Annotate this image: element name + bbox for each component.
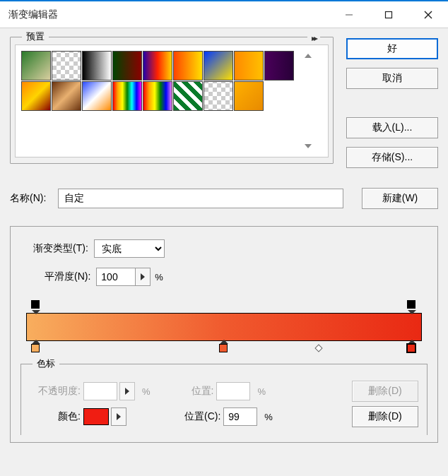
save-button[interactable]: 存储(S)... (346, 147, 438, 168)
preset-swatch[interactable] (82, 51, 112, 81)
color-stops-label: 色标 (33, 357, 59, 370)
midpoint-diamond[interactable] (315, 344, 323, 352)
opacity-stepper (119, 382, 135, 400)
new-button[interactable]: 新建(W) (362, 188, 438, 209)
preset-swatch[interactable] (112, 51, 142, 81)
scroll-up-icon[interactable] (305, 54, 312, 58)
color-stop[interactable] (407, 344, 417, 354)
opacity-position-label: 位置: (191, 385, 214, 398)
preset-swatch[interactable] (52, 81, 81, 111)
opacity-stop[interactable] (31, 300, 41, 310)
svg-rect-1 (386, 11, 392, 18)
maximize-button[interactable] (369, 1, 408, 28)
opacity-label: 不透明度: (30, 385, 81, 398)
color-stop[interactable] (219, 344, 229, 354)
ok-button[interactable]: 好 (346, 38, 438, 59)
smoothness-unit: % (155, 272, 163, 282)
gradient-type-label: 渐变类型(T): (33, 242, 88, 255)
preset-swatch[interactable] (204, 51, 233, 81)
preset-scrollbar[interactable] (302, 51, 314, 151)
name-input[interactable] (58, 189, 343, 208)
cancel-button[interactable]: 取消 (346, 68, 438, 89)
gradient-frame: 渐变类型(T): 实底 平滑度(N): % 色标 不透明度: (10, 226, 438, 443)
preset-swatch-grid (21, 51, 300, 151)
color-stop[interactable] (31, 344, 41, 354)
opacity-stop-row: 不透明度: % 位置: % 删除(D) (30, 379, 418, 404)
titlebar: 渐变编辑器 (0, 1, 448, 28)
gradient-bar[interactable] (26, 313, 422, 341)
color-position-label: 位置(C): (184, 410, 220, 423)
color-stepper[interactable] (111, 407, 126, 426)
color-position-input[interactable] (223, 407, 257, 426)
preset-swatch[interactable] (143, 81, 172, 111)
presets-frame: 预置 ▸▸ (10, 37, 334, 164)
smoothness-label: 平滑度(N): (45, 270, 90, 283)
window-title: 渐变编辑器 (8, 8, 329, 21)
minimize-button[interactable] (329, 1, 369, 28)
close-button[interactable] (408, 1, 448, 28)
smoothness-input[interactable] (96, 268, 136, 286)
gradient-type-select[interactable]: 实底 (94, 239, 165, 258)
load-button[interactable]: 载入(L)... (346, 117, 438, 138)
color-swatch[interactable] (83, 408, 109, 425)
color-stops-frame: 色标 不透明度: % 位置: % 删除(D) 颜色: (20, 364, 428, 435)
presets-label: 预置 (22, 30, 49, 43)
preset-swatch[interactable] (264, 51, 294, 81)
preset-swatch[interactable] (21, 51, 51, 81)
opacity-stop[interactable] (407, 300, 417, 310)
presets-menu-icon[interactable]: ▸▸ (307, 33, 320, 43)
color-stop-row: 颜色: 位置(C): % 删除(D) (30, 404, 418, 429)
preset-swatch[interactable] (204, 81, 233, 111)
preset-swatch[interactable] (173, 81, 203, 111)
preset-swatch[interactable] (52, 51, 81, 81)
scroll-down-icon[interactable] (305, 144, 312, 148)
color-label: 颜色: (30, 410, 81, 423)
preset-swatch[interactable] (21, 81, 51, 111)
smoothness-stepper[interactable] (135, 268, 151, 286)
delete-opacity-stop-button: 删除(D) (352, 381, 418, 402)
opacity-input (83, 382, 117, 400)
preset-swatch[interactable] (234, 51, 264, 81)
delete-color-stop-button[interactable]: 删除(D) (352, 406, 418, 427)
preset-swatch[interactable] (143, 51, 172, 81)
preset-swatch[interactable] (173, 51, 203, 81)
preset-swatch[interactable] (112, 81, 142, 111)
name-label: 名称(N): (10, 192, 52, 205)
gradient-editor[interactable] (20, 296, 428, 359)
opacity-position-input (216, 382, 250, 400)
preset-swatch[interactable] (82, 81, 112, 111)
preset-swatch[interactable] (234, 81, 264, 111)
